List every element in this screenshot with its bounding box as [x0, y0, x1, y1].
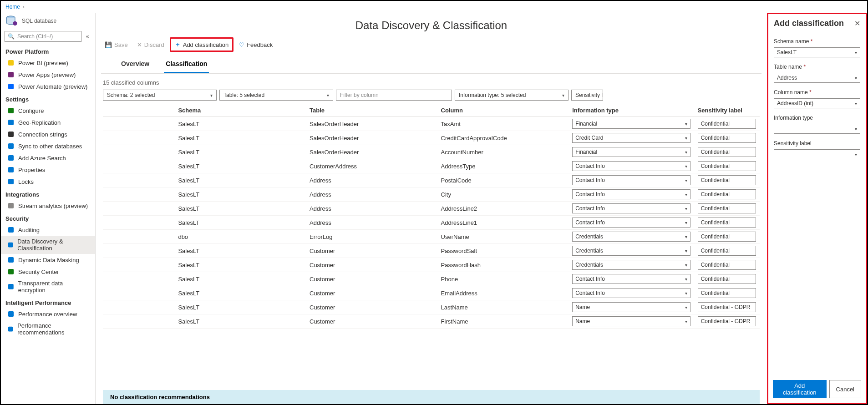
- cell-sensitivity-label-select[interactable]: Confidential: [698, 133, 756, 143]
- nav-item[interactable]: Security Center: [1, 266, 95, 278]
- add-classification-button[interactable]: ＋ Add classification: [170, 37, 233, 52]
- stream-icon: [7, 202, 15, 209]
- schema-name-select[interactable]: SalesLT▾: [774, 47, 860, 57]
- tab-classification[interactable]: Classification: [164, 56, 209, 73]
- cell-sensitivity-label-select[interactable]: Confidential - GDPR: [698, 316, 756, 326]
- cell-information-type-select[interactable]: Credit Card▾: [572, 133, 690, 143]
- cell-information-type-select[interactable]: Name▾: [572, 302, 690, 312]
- cell-sensitivity-label-select[interactable]: Confidential: [698, 288, 756, 298]
- col-header-information-type[interactable]: Information type: [569, 104, 694, 117]
- chevron-down-icon: ▾: [685, 136, 687, 141]
- plus-icon: ＋: [175, 40, 181, 49]
- nav-item[interactable]: Configure: [1, 105, 95, 116]
- nav-item-label: Stream analytics (preview): [18, 202, 88, 209]
- cell-sensitivity-label-select[interactable]: Confidential: [698, 218, 756, 228]
- classified-columns-summary: 15 classified columns: [96, 74, 767, 90]
- table-row: SalesLTCustomerPhoneContact Info▾Confide…: [103, 272, 760, 286]
- cell-table: Address: [306, 202, 437, 216]
- cell-sensitivity-label-select[interactable]: Confidential: [698, 189, 756, 199]
- svg-rect-8: [8, 143, 14, 149]
- cell-information-type-select[interactable]: Name▾: [572, 316, 690, 326]
- close-panel-button[interactable]: ✕: [854, 19, 860, 28]
- tab-overview[interactable]: Overview: [119, 56, 151, 73]
- table-row: SalesLTCustomerPasswordSaltCredentials▾C…: [103, 244, 760, 258]
- cell-table: Address: [306, 173, 437, 187]
- nav-item[interactable]: Performance recommendations: [1, 320, 95, 338]
- cell-sensitivity-label-select[interactable]: Confidential: [698, 147, 756, 157]
- nav-item[interactable]: Power Automate (preview): [1, 81, 95, 92]
- nav-item[interactable]: Locks: [1, 176, 95, 187]
- col-header-sensitivity-label[interactable]: Sensitivity label: [694, 104, 760, 117]
- svg-rect-14: [8, 243, 13, 248]
- panel-cancel-button[interactable]: Cancel: [829, 380, 861, 398]
- cell-information-type-select[interactable]: Credentials▾: [572, 232, 690, 242]
- feedback-button[interactable]: ♡ Feedback: [235, 40, 276, 50]
- cell-information-type-select[interactable]: Contact Info▾: [572, 274, 690, 284]
- nav-item[interactable]: Power Apps (preview): [1, 69, 95, 81]
- chevron-down-icon: ▾: [685, 164, 687, 169]
- save-button[interactable]: 💾 Save: [101, 40, 132, 50]
- column-name-select[interactable]: AddressID (int)▾: [774, 98, 860, 108]
- cell-information-type-select[interactable]: Contact Info▾: [572, 218, 690, 228]
- cell-sensitivity-label-select[interactable]: Confidential: [698, 260, 756, 270]
- chevron-down-icon: ▾: [210, 93, 213, 98]
- cell-column: Phone: [437, 272, 569, 286]
- cell-information-type-select[interactable]: Credentials▾: [572, 260, 690, 270]
- nav-item-label: Security Center: [18, 268, 59, 275]
- nav-item[interactable]: Dynamic Data Masking: [1, 254, 95, 266]
- col-header-table[interactable]: Table: [306, 104, 437, 117]
- nav-item[interactable]: Transparent data encryption: [1, 278, 95, 296]
- search-input[interactable]: 🔍 Search (Ctrl+/): [5, 31, 81, 42]
- nav-item[interactable]: Geo-Replication: [1, 116, 95, 128]
- cell-sensitivity-label-select[interactable]: Confidential - GDPR: [698, 302, 756, 312]
- table-name-select[interactable]: Address▾: [774, 73, 860, 83]
- nav-section-header: Integrations: [1, 187, 95, 200]
- cell-sensitivity-label-select[interactable]: Confidential: [698, 175, 756, 185]
- nav-item[interactable]: Add Azure Search: [1, 152, 95, 164]
- nav-item[interactable]: Stream analytics (preview): [1, 200, 95, 212]
- nav-item[interactable]: Auditing: [1, 224, 95, 236]
- filter-table[interactable]: Table: 5 selected▾: [219, 90, 333, 101]
- discard-button[interactable]: ✕ Discard: [133, 40, 168, 50]
- sensitivity-label-select[interactable]: ▾: [774, 149, 860, 159]
- cell-sensitivity-label-select[interactable]: Confidential: [698, 203, 756, 213]
- add-classification-panel: Add classification ✕ Schema name * Sales…: [767, 13, 867, 404]
- cell-schema: SalesLT: [174, 314, 306, 329]
- nav-item[interactable]: Connection strings: [1, 128, 95, 140]
- panel-add-classification-button[interactable]: Add classification: [773, 380, 827, 398]
- nav-item[interactable]: Performance overview: [1, 308, 95, 320]
- filter-information-type[interactable]: Information type: 5 selected▾: [455, 90, 569, 101]
- breadcrumb-home[interactable]: Home: [5, 4, 20, 10]
- col-header-column[interactable]: Column: [437, 104, 569, 117]
- plug-icon: [7, 131, 15, 138]
- information-type-label: Information type: [774, 115, 860, 121]
- cell-information-type-select[interactable]: Contact Info▾: [572, 175, 690, 185]
- cell-information-type-select[interactable]: Contact Info▾: [572, 288, 690, 298]
- nav-item[interactable]: Data Discovery & Classification: [1, 236, 95, 254]
- filter-schema[interactable]: Schema: 2 selected▾: [103, 90, 217, 101]
- cell-information-type-select[interactable]: Financial▾: [572, 119, 690, 129]
- cell-sensitivity-label-select[interactable]: Confidential: [698, 161, 756, 171]
- cell-information-type-select[interactable]: Financial▾: [572, 147, 690, 157]
- filter-column[interactable]: Filter by column: [336, 90, 452, 101]
- cell-information-type-select[interactable]: Contact Info▾: [572, 203, 690, 213]
- filter-sensitivity-label[interactable]: Sensitivity label: 2 selected: [571, 90, 603, 101]
- resource-type: SQL database: [22, 18, 56, 24]
- nav-item[interactable]: Power BI (preview): [1, 57, 95, 69]
- cell-sensitivity-label-select[interactable]: Confidential: [698, 274, 756, 284]
- cell-sensitivity-label-select[interactable]: Confidential: [698, 246, 756, 256]
- col-header-schema[interactable]: Schema: [174, 104, 306, 117]
- globe-icon: [7, 119, 15, 126]
- cell-information-type-select[interactable]: Contact Info▾: [572, 189, 690, 199]
- cell-sensitivity-label-select[interactable]: Confidential: [698, 119, 756, 129]
- cell-information-type-select[interactable]: Contact Info▾: [572, 161, 690, 171]
- collapse-sidebar-button[interactable]: «: [83, 33, 91, 40]
- cell-information-type-select[interactable]: Credentials▾: [572, 246, 690, 256]
- nav-section-header: Power Platform: [1, 45, 95, 57]
- information-type-select[interactable]: ▾: [774, 124, 860, 134]
- chevron-down-icon: ▾: [685, 248, 687, 253]
- table-row: dboErrorLogUserNameCredentials▾Confident…: [103, 230, 760, 244]
- nav-item[interactable]: Sync to other databases: [1, 140, 95, 152]
- cell-sensitivity-label-select[interactable]: Confidential: [698, 232, 756, 242]
- nav-item[interactable]: Properties: [1, 164, 95, 176]
